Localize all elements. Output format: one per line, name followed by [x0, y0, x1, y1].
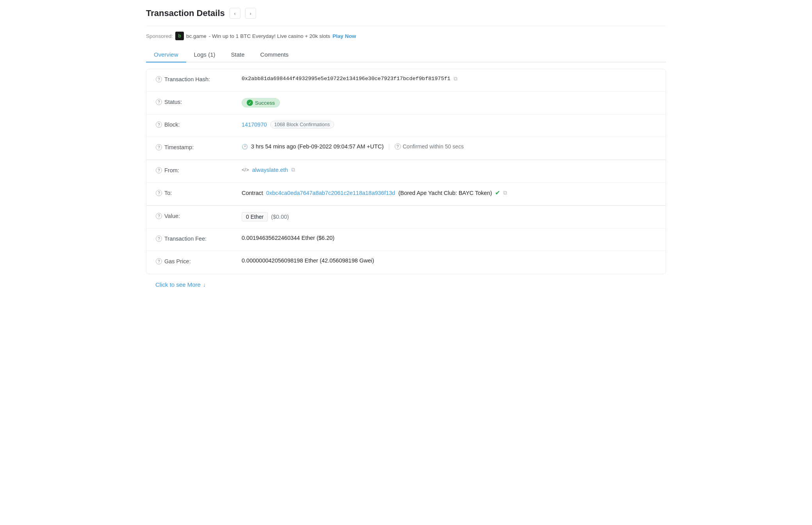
from-address-link[interactable]: alwayslate.eth [252, 167, 288, 173]
tab-logs[interactable]: Logs (1) [186, 47, 223, 62]
click-more-link[interactable]: Click to see More ↓ [146, 274, 666, 295]
value-help-icon[interactable]: ? [156, 213, 162, 219]
field-value: ? Value: 0 Ether ($0.00) [146, 206, 666, 229]
timestamp-value: 🕐 3 hrs 54 mins ago (Feb-09-2022 09:04:5… [242, 143, 656, 150]
sponsor-bar: Sponsored: b bc.game - Win up to 1 BTC E… [146, 32, 666, 40]
timestamp-help-icon[interactable]: ? [156, 144, 162, 150]
code-icon: </> [242, 167, 249, 173]
copy-from-icon[interactable]: ⧉ [291, 166, 295, 173]
pipe-divider: | [388, 143, 390, 150]
confirmed-text: ? Confirmed within 50 secs [395, 143, 464, 150]
sponsor-description: - Win up to 1 BTC Everyday! Live casino … [209, 33, 330, 39]
contract-prefix: Contract [242, 190, 263, 196]
status-value: Success [242, 98, 656, 107]
block-value: 14170970 1068 Block Confirmations [242, 121, 656, 129]
field-from: ? From: </> alwayslate.eth ⧉ [146, 160, 666, 183]
tx-hash-text: 0x2abb81da698444f4932995e5e10722e134196e… [242, 76, 451, 82]
tab-comments[interactable]: Comments [253, 47, 297, 62]
sponsor-logo: b [175, 32, 184, 40]
timestamp-label: ? Timestamp: [156, 143, 242, 150]
header-divider [146, 26, 666, 26]
details-card: ? Transaction Hash: 0x2abb81da698444f493… [146, 69, 666, 274]
tab-overview[interactable]: Overview [146, 47, 186, 62]
contract-name: (Bored Ape Yacht Club: BAYC Token) [398, 190, 492, 196]
field-transaction-hash: ? Transaction Hash: 0x2abb81da698444f493… [146, 69, 666, 92]
page-container: Transaction Details ‹ › Sponsored: b bc.… [137, 0, 675, 303]
field-status: ? Status: Success [146, 92, 666, 114]
value-badge: 0 Ether [242, 212, 268, 221]
status-label: ? Status: [156, 98, 242, 105]
click-more-label: Click to see More [155, 281, 201, 288]
block-confirmations-badge: 1068 Block Confirmations [270, 121, 334, 129]
tx-hash-label: ? Transaction Hash: [156, 75, 242, 82]
gas-price-help-icon[interactable]: ? [156, 258, 162, 264]
clock-icon: 🕐 [242, 144, 248, 150]
tx-fee-label: ? Transaction Fee: [156, 235, 242, 242]
tx-fee-value: 0.00194635622460344 Ether ($6.20) [242, 235, 656, 241]
field-timestamp: ? Timestamp: 🕐 3 hrs 54 mins ago (Feb-09… [146, 137, 666, 160]
confirm-help-icon[interactable]: ? [395, 143, 401, 150]
from-help-icon[interactable]: ? [156, 167, 162, 173]
from-label: ? From: [156, 166, 242, 173]
to-help-icon[interactable]: ? [156, 190, 162, 196]
field-block: ? Block: 14170970 1068 Block Confirmatio… [146, 114, 666, 137]
to-label: ? To: [156, 189, 242, 196]
verified-icon: ✔ [495, 189, 500, 196]
status-help-icon[interactable]: ? [156, 99, 162, 105]
value-content: 0 Ether ($0.00) [242, 212, 656, 221]
timestamp-text: 3 hrs 54 mins ago (Feb-09-2022 09:04:57 … [251, 143, 384, 150]
to-value: Contract 0xbc4ca0eda7647a8ab7c2061c2e118… [242, 189, 656, 196]
tab-state[interactable]: State [223, 47, 253, 62]
copy-to-icon[interactable]: ⧉ [503, 189, 507, 196]
block-label: ? Block: [156, 121, 242, 128]
field-to: ? To: Contract 0xbc4ca0eda7647a8ab7c2061… [146, 183, 666, 205]
field-gas-price: ? Gas Price: 0.000000042056098198 Ether … [146, 251, 666, 274]
gas-price-label: ? Gas Price: [156, 257, 242, 264]
value-label: ? Value: [156, 212, 242, 219]
tabs-container: Overview Logs (1) State Comments [146, 47, 666, 62]
nav-prev-button[interactable]: ‹ [230, 8, 240, 19]
sponsor-name: bc.game [186, 33, 207, 39]
tx-hash-value: 0x2abb81da698444f4932995e5e10722e134196e… [242, 75, 656, 82]
sponsor-label: Sponsored: [146, 33, 173, 39]
value-usd: ($0.00) [271, 214, 289, 220]
block-help-icon[interactable]: ? [156, 121, 162, 128]
status-badge: Success [242, 98, 280, 107]
field-transaction-fee: ? Transaction Fee: 0.00194635622460344 E… [146, 229, 666, 251]
to-contract-link[interactable]: 0xbc4ca0eda7647a8ab7c2061c2e118a18a936f1… [266, 190, 395, 196]
block-number-link[interactable]: 14170970 [242, 121, 267, 128]
page-header: Transaction Details ‹ › [146, 8, 666, 19]
nav-next-button[interactable]: › [245, 8, 256, 19]
page-title: Transaction Details [146, 8, 225, 18]
tx-hash-help-icon[interactable]: ? [156, 76, 162, 82]
arrow-down-icon: ↓ [203, 282, 206, 288]
copy-tx-hash-icon[interactable]: ⧉ [454, 75, 458, 82]
gas-price-value: 0.000000042056098198 Ether (42.056098198… [242, 257, 656, 264]
tx-fee-help-icon[interactable]: ? [156, 236, 162, 242]
sponsor-cta-link[interactable]: Play Now [333, 33, 356, 39]
from-value: </> alwayslate.eth ⧉ [242, 166, 656, 173]
